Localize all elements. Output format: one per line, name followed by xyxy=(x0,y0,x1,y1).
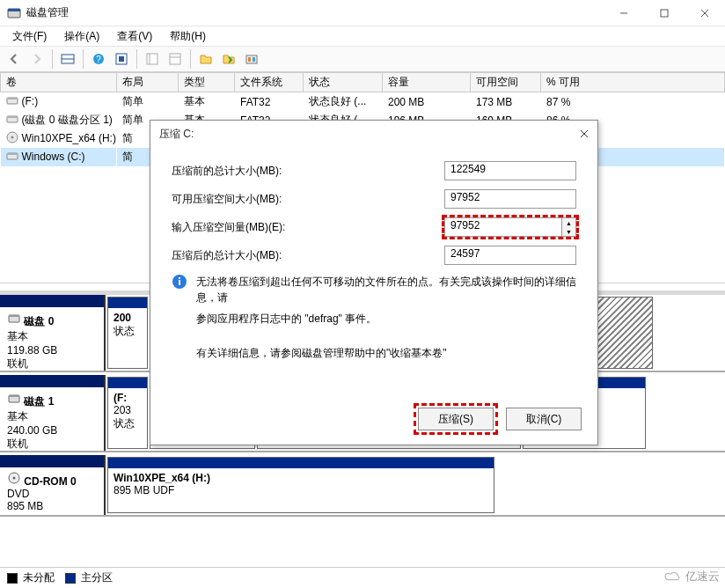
field-total-after: 24597 xyxy=(444,246,576,265)
toolbar-sep xyxy=(52,49,53,69)
svg-rect-16 xyxy=(246,55,257,63)
spinner-down-button[interactable]: ▼ xyxy=(562,227,575,236)
svg-rect-28 xyxy=(9,315,19,317)
col-type[interactable]: 类型 xyxy=(179,73,235,92)
svg-rect-18 xyxy=(253,57,255,62)
svg-rect-12 xyxy=(147,54,157,64)
dialog-close-button[interactable] xyxy=(571,121,597,147)
disk-info[interactable]: CD-ROM 0DVD895 MB xyxy=(0,455,106,515)
label-total-after: 压缩后的总计大小(MB): xyxy=(172,248,444,263)
dialog-info: 无法将卷压缩到超出任何不可移动的文件所在的点。有关完成该操作时间的详细信息，请 … xyxy=(172,274,576,332)
disk-partitions: Win10XPE_x64 (H:)895 MB UDF xyxy=(106,455,725,515)
app-icon xyxy=(7,6,21,20)
drive-icon xyxy=(6,94,18,109)
close-button[interactable] xyxy=(685,0,725,26)
menu-bar: 文件(F) 操作(A) 查看(V) 帮助(H) xyxy=(0,26,725,46)
menu-help[interactable]: 帮助(H) xyxy=(163,27,213,46)
menu-action[interactable]: 操作(A) xyxy=(57,27,106,46)
view-list-button[interactable] xyxy=(57,48,78,70)
svg-point-32 xyxy=(13,477,16,480)
toolbar-sep xyxy=(136,49,137,69)
svg-point-24 xyxy=(11,136,13,139)
rescan-button[interactable] xyxy=(241,48,262,70)
settings-button[interactable] xyxy=(142,48,163,70)
svg-rect-37 xyxy=(179,277,180,279)
back-button[interactable] xyxy=(4,48,25,70)
toolbar-sep xyxy=(190,49,191,69)
svg-rect-30 xyxy=(9,395,19,397)
dialog-titlebar[interactable]: 压缩 C: xyxy=(150,121,597,147)
label-available: 可用压缩空间大小(MB): xyxy=(172,192,444,207)
svg-rect-1 xyxy=(8,9,20,11)
volume-row[interactable]: (F:)简单基本FAT32状态良好 (...200 MB173 MB87 % xyxy=(1,92,725,112)
toolbar: ? xyxy=(0,46,725,72)
disk-info[interactable]: 磁盘 1基本240.00 GB联机 xyxy=(0,375,106,451)
window-title: 磁盘管理 xyxy=(26,5,604,20)
svg-rect-26 xyxy=(7,153,18,155)
volume-header-row: 卷 布局 类型 文件系统 状态 容量 可用空间 % 可用 xyxy=(1,73,725,92)
shrink-amount-spinner[interactable]: 97952 ▲ ▼ xyxy=(444,217,576,237)
forward-button[interactable] xyxy=(26,48,48,70)
shrink-button[interactable]: 压缩(S) xyxy=(418,408,494,430)
cancel-button[interactable]: 取消(C) xyxy=(506,408,582,430)
disk-row: CD-ROM 0DVD895 MBWin10XPE_x64 (H:)895 MB… xyxy=(0,455,725,517)
partition[interactable]: 200状态 xyxy=(107,297,148,369)
col-capacity[interactable]: 容量 xyxy=(383,73,471,92)
svg-rect-22 xyxy=(7,116,18,118)
info-icon xyxy=(172,274,187,332)
col-layout[interactable]: 布局 xyxy=(117,73,179,92)
shrink-amount-value[interactable]: 97952 xyxy=(445,218,561,236)
info-text-2: 参阅应用程序日志中的 "defrag" 事件。 xyxy=(196,311,576,327)
dialog-title: 压缩 C: xyxy=(159,127,194,142)
toolbar-sep xyxy=(83,49,84,69)
legend-primary-swatch xyxy=(65,573,76,584)
spinner-up-button[interactable]: ▲ xyxy=(562,218,575,227)
col-volume[interactable]: 卷 xyxy=(1,73,117,92)
partition[interactable]: (F:203状态 xyxy=(107,377,148,449)
menu-view[interactable]: 查看(V) xyxy=(110,27,159,46)
help-button[interactable]: ? xyxy=(88,48,109,70)
svg-text:?: ? xyxy=(96,55,101,64)
info-text-1: 无法将卷压缩到超出任何不可移动的文件所在的点。有关完成该操作时间的详细信息，请 xyxy=(196,274,576,305)
menu-file[interactable]: 文件(F) xyxy=(5,27,54,46)
svg-rect-20 xyxy=(7,98,18,99)
action-button[interactable] xyxy=(111,48,132,70)
label-shrink-amount: 输入压缩空间量(MB)(E): xyxy=(172,220,444,235)
svg-rect-14 xyxy=(170,54,180,64)
open-button[interactable] xyxy=(195,48,216,70)
svg-rect-11 xyxy=(119,56,124,62)
refresh-button[interactable] xyxy=(218,48,239,70)
legend: 未分配 主分区 xyxy=(0,567,725,588)
legend-unalloc-swatch xyxy=(7,573,18,584)
maximize-button[interactable] xyxy=(644,0,685,26)
minimize-button[interactable] xyxy=(604,0,644,26)
shrink-dialog: 压缩 C: 压缩前的总计大小(MB): 122549 可用压缩空间大小(MB):… xyxy=(150,120,598,445)
label-total-before: 压缩前的总计大小(MB): xyxy=(172,164,444,179)
svg-rect-3 xyxy=(661,10,668,17)
col-pctfree[interactable]: % 可用 xyxy=(541,73,725,92)
svg-rect-36 xyxy=(179,280,180,285)
col-status[interactable]: 状态 xyxy=(304,73,383,92)
dialog-help-text: 有关详细信息，请参阅磁盘管理帮助中的"收缩基本卷" xyxy=(196,346,576,361)
disc-icon xyxy=(6,131,18,146)
watermark: 亿速云 xyxy=(663,569,720,584)
legend-unalloc-label: 未分配 xyxy=(23,570,55,585)
window-titlebar: 磁盘管理 xyxy=(0,0,725,26)
properties-button[interactable] xyxy=(165,48,186,70)
partition[interactable]: Win10XPE_x64 (H:)895 MB UDF xyxy=(107,457,494,513)
drive-icon xyxy=(6,150,18,165)
legend-primary-label: 主分区 xyxy=(81,570,113,585)
drive-icon xyxy=(6,113,18,128)
field-total-before: 122549 xyxy=(444,161,576,180)
svg-rect-17 xyxy=(248,57,251,62)
col-free[interactable]: 可用空间 xyxy=(471,73,541,92)
field-available: 97952 xyxy=(444,189,576,209)
col-fs[interactable]: 文件系统 xyxy=(235,73,304,92)
disk-info[interactable]: 磁盘 0基本119.88 GB联机 xyxy=(0,295,106,371)
